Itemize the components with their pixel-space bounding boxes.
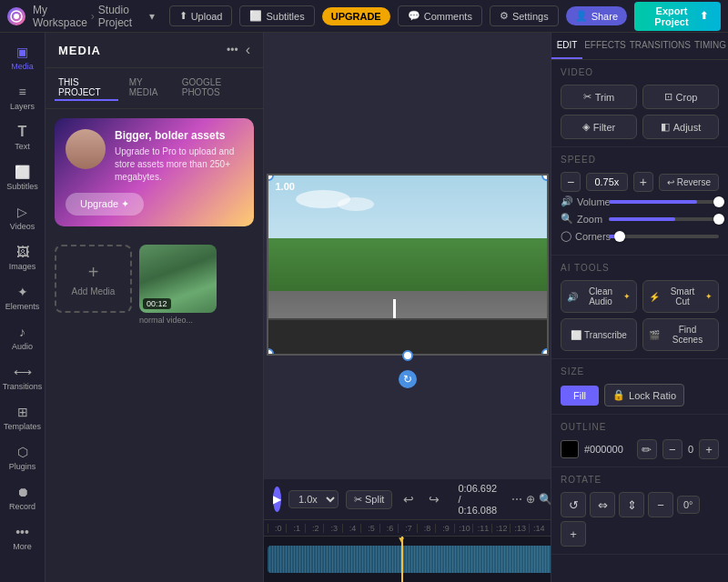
timeline-playhead[interactable] — [401, 537, 403, 582]
outline-pencil-button[interactable]: ✏ — [637, 439, 657, 459]
lock-ratio-button[interactable]: 🔒 Lock Ratio — [604, 384, 684, 406]
ruler-mark-12: :12 — [491, 524, 510, 533]
adjust-label: Adjust — [673, 122, 702, 133]
transcribe-button[interactable]: ⬜ Transcribe — [561, 318, 637, 351]
sidebar-item-templates[interactable]: ⊞ Templates — [2, 398, 44, 436]
media-icon: ▣ — [15, 44, 31, 60]
upload-button[interactable]: ⬆ Upload — [169, 5, 233, 26]
canvas-area: 1.00 ↻ ▶ 1.0x ✂ — [264, 33, 551, 582]
adjust-button[interactable]: ◧ Adjust — [642, 115, 719, 139]
rotate-section-label: ROTATE — [561, 475, 719, 485]
sidebar-item-record[interactable]: ⏺ Record — [2, 478, 44, 517]
media-panel-close-icon[interactable]: ‹ — [246, 42, 250, 58]
crop-label: Crop — [676, 92, 698, 103]
outline-color-swatch[interactable] — [561, 440, 579, 458]
zoom-icon: 🔍 — [539, 493, 551, 506]
volume-slider[interactable] — [609, 200, 719, 204]
canvas-video — [268, 176, 547, 354]
size-section-label: SIZE — [561, 366, 719, 376]
undo-button[interactable]: ↩ — [399, 490, 418, 508]
play-button[interactable]: ▶ — [273, 487, 281, 512]
sidebar-item-more[interactable]: ••• More — [2, 518, 44, 557]
sidebar-item-elements[interactable]: ✦ Elements — [2, 278, 44, 316]
sidebar-item-plugins[interactable]: ⬡ Plugins — [2, 438, 44, 477]
flip-v-icon: ⇕ — [627, 498, 637, 512]
sidebar-item-media[interactable]: ▣ Media — [2, 38, 44, 76]
media-panel-tabs: THIS PROJECT MY MEDIA GOOGLE PHOTOS — [46, 68, 263, 109]
timeline-waveform — [268, 546, 551, 573]
sidebar-item-images[interactable]: 🖼 Images — [2, 238, 44, 276]
trim-button[interactable]: ✂ Trim — [561, 85, 637, 109]
rotate-plus-button[interactable]: + — [561, 521, 586, 547]
rotate-left-button[interactable]: ↺ — [561, 492, 586, 517]
sidebar-item-transitions[interactable]: ⟷ Transitions — [2, 358, 44, 396]
comments-button[interactable]: 💬 Comments — [398, 5, 482, 26]
canvas-wrapper: 1.00 ↻ — [267, 174, 549, 361]
subtitles-button[interactable]: ⬜ Subtitles — [239, 5, 314, 26]
speed-plus-icon: + — [640, 175, 647, 189]
outline-minus-icon: − — [669, 443, 676, 457]
sidebar-item-layers[interactable]: ≡ Layers — [2, 78, 44, 116]
corners-slider[interactable] — [609, 235, 719, 238]
tab-effects[interactable]: EFFECTS — [582, 33, 628, 59]
sidebar-item-videos[interactable]: ▷ Videos — [2, 198, 44, 236]
upgrade-banner-text: Bigger, bolder assets Upgrade to Pro to … — [115, 129, 243, 184]
handle-bottom-center[interactable] — [402, 350, 413, 361]
zoom-slider-label: 🔍 Zoom — [561, 213, 602, 225]
upgrade-button[interactable]: UPGRADE — [322, 7, 390, 25]
export-button[interactable]: Export Project ⬆ — [634, 2, 721, 31]
media-thumbnail[interactable]: 00:12 — [139, 245, 217, 313]
timeline-ruler: :0 :1 :2 :3 :4 :5 :6 :7 :8 :9 :10 :11 :1… — [264, 520, 551, 537]
add-media-button[interactable]: + Add Media — [55, 245, 132, 313]
ruler-mark-7: :7 — [398, 524, 416, 533]
handle-bottom-right[interactable] — [541, 348, 549, 356]
fill-button[interactable]: Fill — [561, 386, 599, 406]
smart-cut-button[interactable]: ⚡ Smart Cut ✦ — [642, 280, 719, 313]
outline-plus-button[interactable]: + — [699, 439, 719, 459]
media-tab-my-media[interactable]: MY MEDIA — [126, 75, 171, 101]
speed-plus-button[interactable]: + — [633, 172, 653, 192]
sidebar-item-subtitles[interactable]: ⬜ Subtitles — [2, 158, 44, 196]
flip-horizontal-button[interactable]: ⇔ — [590, 492, 615, 517]
upgrade-banner-button[interactable]: Upgrade ✦ — [66, 193, 144, 216]
tab-timing[interactable]: TIMING — [693, 33, 728, 59]
split-label: Split — [365, 494, 384, 505]
reverse-button[interactable]: ↩ Reverse — [659, 174, 719, 191]
share-button[interactable]: 👤 Share — [566, 6, 627, 25]
media-panel-more-icon[interactable]: ••• — [227, 44, 238, 56]
media-tab-google-photos[interactable]: GOOGLE PHOTOS — [178, 75, 254, 101]
flip-vertical-button[interactable]: ⇕ — [619, 492, 644, 517]
speed-select[interactable]: 1.0x — [288, 490, 339, 508]
sidebar-item-templates-label: Templates — [4, 422, 41, 431]
speed-section: SPEED − 0.75x + ↩ Reverse 🔊 Volume — [551, 147, 728, 256]
tab-edit[interactable]: EDIT — [551, 33, 582, 59]
settings-button[interactable]: ⚙ Settings — [490, 5, 559, 26]
filter-button[interactable]: ◈ Filter — [561, 115, 637, 139]
speed-minus-button[interactable]: − — [561, 172, 581, 192]
sidebar-item-text[interactable]: T Text — [2, 118, 44, 156]
rotate-minus-button[interactable]: − — [648, 492, 673, 517]
outline-minus-button[interactable]: − — [662, 439, 682, 459]
ruler-mark-11: :11 — [472, 524, 490, 533]
media-tab-this-project[interactable]: THIS PROJECT — [55, 75, 118, 101]
find-scenes-button[interactable]: 🎬 Find Scenes — [642, 318, 719, 351]
media-panel-header: MEDIA ••• ‹ — [46, 33, 263, 68]
sidebar-item-audio[interactable]: ♪ Audio — [2, 318, 44, 356]
canvas-frame[interactable]: 1.00 — [267, 174, 549, 356]
project-dropdown-icon[interactable]: ▾ — [149, 10, 155, 23]
subtitles-label: Subtitles — [266, 11, 304, 22]
zoom-track[interactable] — [609, 217, 719, 221]
clean-audio-button[interactable]: 🔊 Clean Audio ✦ — [561, 280, 637, 313]
project-label[interactable]: Studio Project — [98, 4, 146, 29]
redo-button[interactable]: ↪ — [425, 490, 443, 508]
tab-transitions[interactable]: TRANSITIONS — [628, 33, 693, 59]
split-button[interactable]: ✂ Split — [346, 490, 392, 509]
timeline-track[interactable] — [264, 537, 551, 582]
crop-button[interactable]: ⊡ Crop — [642, 85, 719, 109]
videos-icon: ▷ — [15, 204, 31, 220]
workspace-label[interactable]: My Workspace — [33, 4, 87, 29]
rotate-handle[interactable]: ↻ — [399, 370, 417, 388]
handle-bottom-left[interactable] — [267, 348, 274, 356]
media-grid: + Add Media 00:12 normal video... — [46, 236, 263, 334]
rotate-row: ↺ ⇔ ⇕ − 0° + — [561, 492, 719, 547]
